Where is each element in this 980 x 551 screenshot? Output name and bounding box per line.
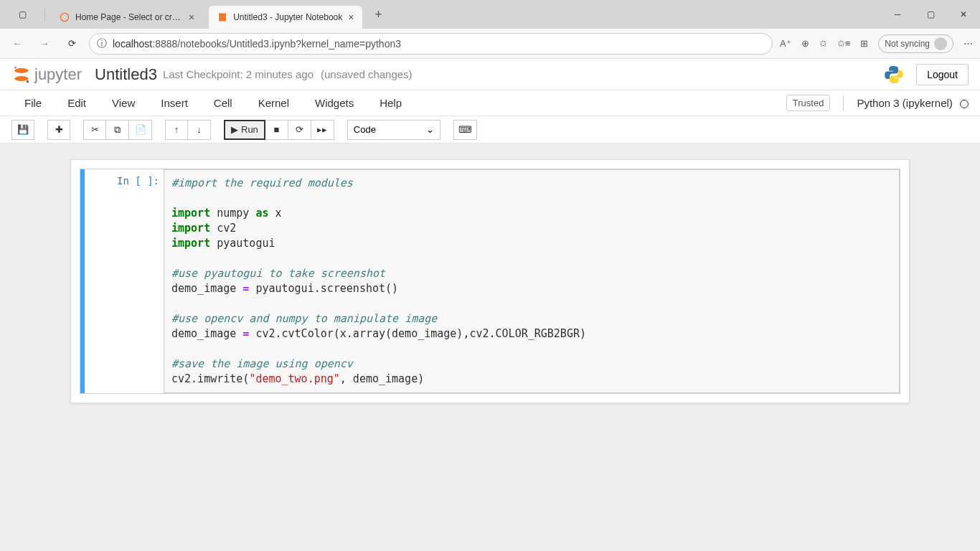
menu-widgets[interactable]: Widgets xyxy=(302,97,367,109)
notebook-fav-icon xyxy=(217,12,227,22)
collections-icon[interactable]: ⊞ xyxy=(860,38,868,49)
browser-tab-home[interactable]: Home Page - Select or create a n × xyxy=(51,6,203,29)
close-icon[interactable]: × xyxy=(348,11,354,23)
code-editor[interactable]: #import the required modules import nump… xyxy=(164,169,900,393)
browser-toolbar: ← → ⟳ ⓘ localhost:8888/notebooks/Untitle… xyxy=(0,29,980,59)
new-tab-button[interactable]: + xyxy=(368,7,388,22)
jupyter-brand: jupyter xyxy=(34,65,82,84)
browser-titlebar: ▢ Home Page - Select or create a n × Unt… xyxy=(0,0,980,29)
restart-run-all-button[interactable]: ▸▸ xyxy=(311,120,334,140)
menu-kernel[interactable]: Kernel xyxy=(245,97,302,109)
forward-button[interactable]: → xyxy=(34,34,55,54)
chevron-down-icon: ⌄ xyxy=(426,124,434,135)
notebook-title[interactable]: Untitled3 xyxy=(95,65,157,84)
move-up-button[interactable]: ↑ xyxy=(165,120,188,140)
copy-button[interactable]: ⧉ xyxy=(106,120,129,140)
interrupt-button[interactable]: ■ xyxy=(265,120,288,140)
code-cell[interactable]: In [ ]: #import the required modules imp… xyxy=(80,169,900,394)
minimize-button[interactable]: ─ xyxy=(881,0,914,29)
notebook-menubar: File Edit View Insert Cell Kernel Widget… xyxy=(0,90,980,116)
jupyter-fav-icon xyxy=(60,12,70,22)
kernel-name[interactable]: Python 3 (ipykernel) xyxy=(857,97,969,109)
favorite-icon[interactable]: ✩ xyxy=(819,38,827,49)
menu-edit[interactable]: Edit xyxy=(55,97,99,109)
save-button[interactable]: 💾 xyxy=(11,120,34,140)
url-path: :8888/notebooks/Untitled3.ipynb?kernel_n… xyxy=(152,38,401,50)
trusted-indicator[interactable]: Trusted xyxy=(786,95,831,111)
svg-point-3 xyxy=(14,76,29,81)
command-palette-button[interactable]: ⌨ xyxy=(453,120,477,140)
divider xyxy=(843,95,844,111)
menu-help[interactable]: Help xyxy=(367,97,415,109)
notebook-toolbar: 💾 ✚ ✂ ⧉ 📄 ↑ ↓ ▶ Run ■ ⟳ ▸▸ Code ⌄ ⌨ xyxy=(0,116,980,143)
read-aloud-icon[interactable]: A⁺ xyxy=(780,38,791,49)
info-icon: ⓘ xyxy=(97,37,107,50)
divider xyxy=(44,7,45,22)
python-logo-icon xyxy=(883,64,905,85)
address-bar[interactable]: ⓘ localhost:8888/notebooks/Untitled3.ipy… xyxy=(89,33,773,55)
restart-button[interactable]: ⟳ xyxy=(288,120,311,140)
kernel-idle-icon xyxy=(960,100,969,108)
close-window-button[interactable]: ✕ xyxy=(947,0,980,29)
profile-avatar xyxy=(934,37,947,50)
svg-point-2 xyxy=(14,67,29,72)
tab-title: Home Page - Select or create a n xyxy=(75,12,183,22)
cell-type-select[interactable]: Code ⌄ xyxy=(347,120,440,140)
unsaved-status: (unsaved changes) xyxy=(321,68,413,80)
sync-label: Not syncing xyxy=(885,39,930,49)
url-host: localhost xyxy=(113,38,152,50)
svg-point-4 xyxy=(14,66,17,68)
input-prompt: In [ ]: xyxy=(85,169,164,393)
refresh-button[interactable]: ⟳ xyxy=(62,34,82,54)
tab-title: Untitled3 - Jupyter Notebook xyxy=(233,12,342,22)
run-label: Run xyxy=(241,124,258,135)
favorites-bar-icon[interactable]: ✩≡ xyxy=(837,38,851,49)
logout-button[interactable]: Logout xyxy=(916,64,969,85)
maximize-button[interactable]: ▢ xyxy=(914,0,947,29)
menu-insert[interactable]: Insert xyxy=(148,97,201,109)
move-down-button[interactable]: ↓ xyxy=(188,120,211,140)
menu-icon[interactable]: ⋯ xyxy=(963,38,973,49)
notebook-scroll-area[interactable]: In [ ]: #import the required modules imp… xyxy=(0,143,980,551)
sync-status[interactable]: Not syncing xyxy=(878,34,953,53)
zoom-icon[interactable]: ⊕ xyxy=(801,38,809,49)
svg-rect-1 xyxy=(219,13,226,21)
menu-cell[interactable]: Cell xyxy=(201,97,245,109)
checkpoint-status: Last Checkpoint: 2 minutes ago xyxy=(163,68,314,80)
svg-point-0 xyxy=(60,13,68,21)
run-button[interactable]: ▶ Run xyxy=(224,120,265,140)
browser-tab-notebook[interactable]: Untitled3 - Jupyter Notebook × xyxy=(209,6,362,29)
cut-button[interactable]: ✂ xyxy=(83,120,106,140)
menu-file[interactable]: File xyxy=(11,97,55,109)
close-icon[interactable]: × xyxy=(189,11,194,23)
insert-cell-button[interactable]: ✚ xyxy=(47,120,70,140)
back-button[interactable]: ← xyxy=(7,34,27,54)
menu-view[interactable]: View xyxy=(99,97,148,109)
kernel-label: Python 3 (ipykernel) xyxy=(857,97,952,109)
svg-point-5 xyxy=(27,80,29,83)
paste-button[interactable]: 📄 xyxy=(129,120,152,140)
tab-actions-icon[interactable]: ▢ xyxy=(6,0,39,29)
notebook-container: In [ ]: #import the required modules imp… xyxy=(70,159,910,403)
jupyter-logo[interactable]: jupyter xyxy=(11,65,82,85)
cell-type-label: Code xyxy=(354,124,376,135)
notebook-header: jupyter Untitled3 Last Checkpoint: 2 min… xyxy=(0,59,980,90)
